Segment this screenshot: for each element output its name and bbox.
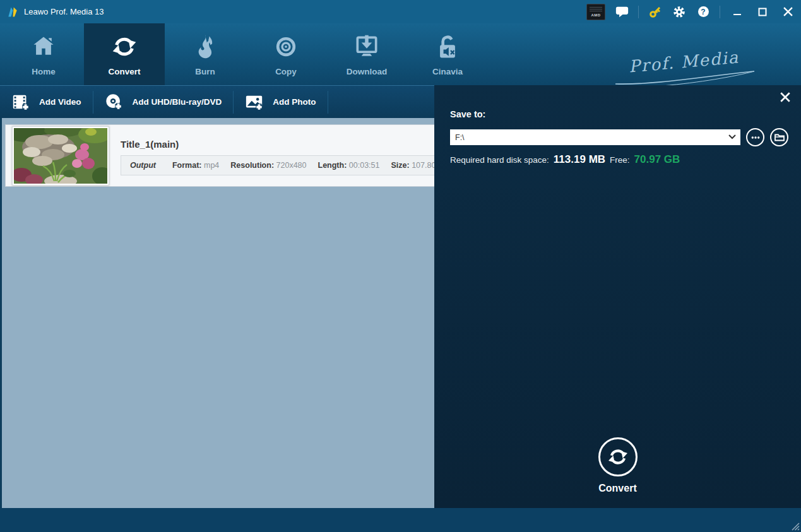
- chevron-down-icon: [728, 134, 736, 139]
- save-path-value: F:\: [455, 133, 465, 142]
- app-logo-icon: [6, 6, 19, 18]
- garden-thumbnail-image: [14, 128, 107, 184]
- brand-signature: Prof. Media: [612, 52, 757, 86]
- status-bar: [0, 508, 801, 532]
- convert-button-label: Convert: [598, 483, 636, 494]
- convert-circle-icon: [598, 437, 638, 476]
- video-thumbnail: [12, 126, 109, 186]
- convert-sync-icon: [110, 33, 138, 61]
- add-uhd-bluray-dvd-button[interactable]: Add UHD/Blu-ray/DVD: [93, 86, 234, 119]
- photo-add-icon: [245, 93, 264, 112]
- maximize-button[interactable]: [754, 4, 771, 20]
- save-to-label: Save to:: [450, 109, 485, 119]
- required-space-value: 113.19 MB: [554, 153, 605, 166]
- browse-ellipsis-button[interactable]: [746, 128, 764, 146]
- resize-grip[interactable]: [790, 521, 800, 531]
- download-icon: [353, 33, 381, 61]
- output-label: Output: [130, 161, 156, 170]
- settings-gear-icon[interactable]: [672, 4, 687, 20]
- amd-gpu-badge-icon: AMD: [586, 4, 605, 20]
- copy-disc-icon: [272, 33, 300, 61]
- folder-icon: [774, 133, 785, 141]
- resolution-field: Resolution: 720x480: [230, 161, 306, 170]
- add-media-toolbar: Add Video Add UHD/Blu-ray/DVD Add Photo: [0, 85, 434, 118]
- disc-add-icon: [105, 93, 124, 112]
- format-field: Format: mp4: [172, 161, 219, 170]
- title-bar: Leawo Prof. Media 13 AMD: [0, 0, 801, 23]
- titlebar-separator: [720, 6, 720, 18]
- app-window: Leawo Prof. Media 13 AMD: [0, 0, 801, 532]
- length-field: Length: 00:03:51: [318, 161, 380, 170]
- tab-cinavia[interactable]: Cinavia: [407, 23, 488, 85]
- free-space-label: Free:: [610, 155, 630, 165]
- save-to-panel: Save to: F:\ Required hard di: [434, 85, 801, 508]
- free-space-value: 70.97 GB: [634, 153, 680, 166]
- minimize-button[interactable]: [729, 4, 745, 20]
- tab-convert[interactable]: Convert: [84, 23, 165, 85]
- required-space-label: Required hard disk space:: [450, 155, 549, 165]
- tab-copy[interactable]: Copy: [246, 23, 326, 85]
- add-video-button[interactable]: Add Video: [0, 86, 93, 119]
- media-list-item[interactable]: Title_1(main) Output Format: mp4 Resolut…: [5, 124, 434, 187]
- panel-close-icon[interactable]: [780, 92, 792, 104]
- home-icon: [30, 33, 57, 61]
- window-title: Leawo Prof. Media 13: [24, 7, 104, 16]
- register-key-icon[interactable]: [648, 4, 663, 20]
- burn-flame-icon: [191, 33, 219, 61]
- ellipsis-icon: [751, 136, 760, 139]
- close-button[interactable]: [780, 4, 796, 20]
- cinavia-unlock-mute-icon: [434, 33, 461, 61]
- tab-home[interactable]: Home: [3, 23, 84, 85]
- toolbar-separator: [328, 91, 328, 114]
- disk-space-info: Required hard disk space: 113.19 MB Free…: [450, 153, 680, 166]
- help-icon[interactable]: ?: [696, 4, 711, 20]
- tab-download[interactable]: Download: [326, 23, 407, 85]
- feedback-bubble-icon[interactable]: [614, 4, 629, 20]
- output-info-bar[interactable]: Output Format: mp4 Resolution: 720x480 L…: [121, 155, 434, 175]
- film-strip-icon: [11, 93, 30, 112]
- media-title: Title_1(main): [121, 139, 434, 150]
- add-photo-button[interactable]: Add Photo: [234, 86, 327, 119]
- titlebar-separator: [638, 6, 639, 18]
- size-field: Size: 107.80 MB: [391, 161, 435, 170]
- open-folder-button[interactable]: [770, 128, 788, 146]
- module-nav-bar: Home Convert Burn: [0, 23, 801, 85]
- tab-burn[interactable]: Burn: [165, 23, 246, 85]
- media-list-area: Title_1(main) Output Format: mp4 Resolut…: [0, 118, 434, 508]
- convert-button[interactable]: Convert: [434, 437, 801, 494]
- save-path-dropdown[interactable]: F:\: [450, 129, 740, 145]
